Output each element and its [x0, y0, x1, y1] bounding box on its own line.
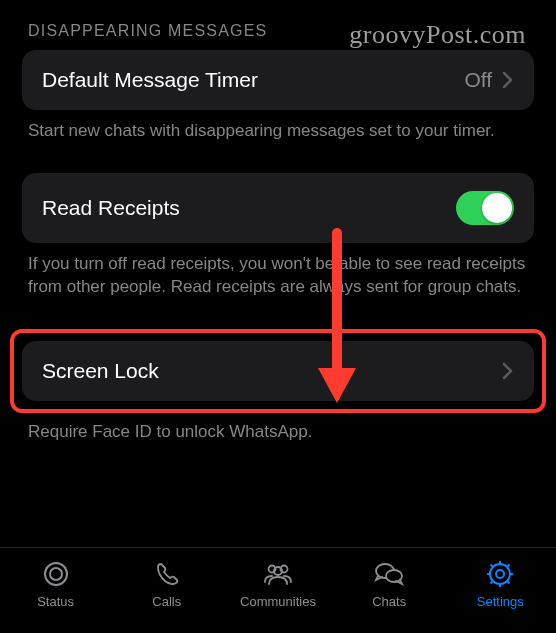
- status-icon: [41, 558, 71, 590]
- default-message-timer-row[interactable]: Default Message Timer Off: [22, 50, 534, 110]
- svg-marker-1: [318, 368, 356, 403]
- tab-communities[interactable]: Communities: [222, 558, 333, 609]
- tab-status-label: Status: [37, 594, 74, 609]
- watermark-text: groovyPost.com: [349, 20, 526, 50]
- communities-icon: [261, 558, 295, 590]
- chevron-right-icon: [502, 71, 514, 89]
- read-receipts-label: Read Receipts: [42, 196, 180, 220]
- screen-lock-row[interactable]: Screen Lock: [22, 341, 534, 401]
- tab-settings-label: Settings: [477, 594, 524, 609]
- chats-icon: [372, 558, 406, 590]
- default-message-timer-value: Off: [464, 68, 492, 92]
- read-receipts-footer-text: If you turn off read receipts, you won't…: [22, 253, 534, 299]
- phone-icon: [152, 558, 182, 590]
- svg-line-15: [491, 565, 494, 568]
- svg-line-18: [491, 581, 494, 584]
- tab-calls-label: Calls: [152, 594, 181, 609]
- svg-point-2: [45, 563, 67, 585]
- screen-lock-label: Screen Lock: [42, 359, 159, 383]
- annotation-arrow: [312, 228, 362, 412]
- svg-line-16: [507, 581, 510, 584]
- tab-status[interactable]: Status: [0, 558, 111, 609]
- annotation-highlight: Screen Lock: [10, 329, 546, 413]
- svg-point-3: [50, 568, 62, 580]
- read-receipts-toggle[interactable]: [456, 191, 514, 225]
- svg-line-17: [507, 565, 510, 568]
- toggle-knob: [482, 193, 512, 223]
- disappearing-footer-text: Start new chats with disappearing messag…: [22, 120, 534, 143]
- tab-bar: Status Calls Communities Chats: [0, 547, 556, 633]
- tab-chats[interactable]: Chats: [334, 558, 445, 609]
- screen-lock-footer-text: Require Face ID to unlock WhatsApp.: [22, 421, 534, 444]
- tab-chats-label: Chats: [372, 594, 406, 609]
- settings-content: DISAPPEARING MESSAGES Default Message Ti…: [0, 0, 556, 444]
- tab-calls[interactable]: Calls: [111, 558, 222, 609]
- chevron-right-icon: [502, 362, 514, 380]
- tab-communities-label: Communities: [240, 594, 316, 609]
- svg-point-10: [496, 570, 504, 578]
- default-message-timer-label: Default Message Timer: [42, 68, 258, 92]
- read-receipts-row: Read Receipts: [22, 173, 534, 243]
- tab-settings[interactable]: Settings: [445, 558, 556, 609]
- gear-icon: [485, 558, 515, 590]
